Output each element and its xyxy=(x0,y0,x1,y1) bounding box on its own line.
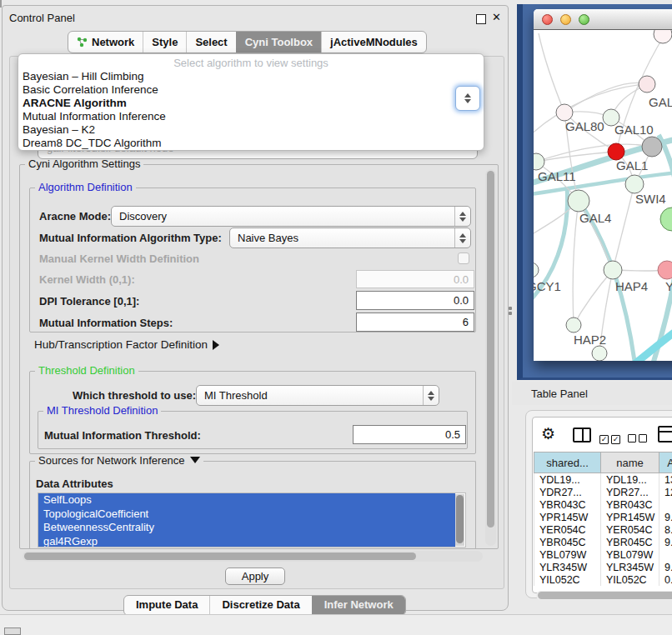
node-label: GAL4 xyxy=(579,211,611,225)
sources-toggle[interactable]: Sources for Network Inference xyxy=(35,454,203,467)
table-icon[interactable] xyxy=(658,426,672,442)
float-window-icon[interactable] xyxy=(476,14,486,24)
node-gal80[interactable] xyxy=(556,104,573,121)
node-pink-right[interactable] xyxy=(658,261,672,279)
list-item-selected[interactable]: SelfLoops xyxy=(38,493,455,508)
table-row[interactable]: YLR345WYLR345W9. xyxy=(534,561,672,573)
cell: YDL19... xyxy=(601,473,659,487)
tab-jactivemnodules[interactable]: jActiveMNodules xyxy=(321,32,426,52)
node-label: GAL xyxy=(649,95,672,109)
table-row[interactable]: YIL052CYIL052C0. xyxy=(534,573,672,586)
traffic-light-zoom-icon[interactable] xyxy=(579,14,589,25)
menu-item-mutual-information[interactable]: Mutual Information Inference xyxy=(18,110,484,123)
node-pink-topright[interactable] xyxy=(639,76,655,92)
column-header-name[interactable]: name xyxy=(601,452,659,473)
aracne-mode-label: Aracne Mode: xyxy=(39,210,111,222)
table-row[interactable]: YBL079WYBL079W xyxy=(534,548,672,561)
tab-discretize-data[interactable]: Discretize Data xyxy=(209,596,311,615)
menu-item-basic-correlation[interactable]: Basic Correlation Inference xyxy=(18,83,484,97)
dpi-tolerance-field[interactable]: 0.0 xyxy=(356,291,474,310)
list-item-selected[interactable]: BetweennessCentrality xyxy=(38,521,455,535)
mi-threshold-field[interactable]: 0.5 xyxy=(353,425,466,444)
node-green-right[interactable] xyxy=(660,208,672,231)
node-gal11[interactable] xyxy=(534,153,544,170)
kernel-width-label: Kernel Width (0,1): xyxy=(39,273,135,286)
network-tab-icon xyxy=(77,37,88,48)
traffic-light-minimize-icon[interactable] xyxy=(560,14,571,25)
network-window-titlebar[interactable] xyxy=(534,9,672,30)
checkbox-pair-checked-icon[interactable]: ✓✓ xyxy=(599,430,623,445)
node-label: GAL10 xyxy=(614,122,654,137)
scrollbar-thumb[interactable] xyxy=(24,552,416,560)
which-threshold-combo[interactable]: MI Threshold xyxy=(196,385,439,406)
tab-style[interactable]: Style xyxy=(143,32,186,52)
combo-stepper-icon[interactable] xyxy=(455,86,480,111)
scrollbar-thumb[interactable] xyxy=(456,495,464,543)
tab-label: Network xyxy=(92,32,134,52)
menu-item-bayesian-hill-climbing[interactable]: Bayesian – Hill Climbing xyxy=(18,70,484,83)
data-attributes-list[interactable]: SelfLoops TopologicalCoefficient Between… xyxy=(38,492,466,548)
node-gal4[interactable] xyxy=(568,190,589,212)
menu-item-bayesian-k2[interactable]: Bayesian – K2 xyxy=(18,123,484,137)
which-threshold-label: Which threshold to use: xyxy=(73,389,196,402)
cell: YBL079W xyxy=(534,548,601,561)
table-row[interactable]: YER054CYER054C8. xyxy=(534,523,672,536)
cell: YER054C xyxy=(601,523,659,536)
group-title: Cyni Algorithm Settings xyxy=(25,158,143,170)
traffic-light-close-icon[interactable] xyxy=(542,14,553,25)
node-hap2[interactable] xyxy=(566,318,581,332)
sources-title: Sources for Network Inference xyxy=(38,454,185,467)
table-horizontal-scrollbar[interactable] xyxy=(536,591,672,600)
table-row[interactable]: YPR145WYPR145W9. xyxy=(534,511,672,523)
table-row[interactable]: YBR045CYBR045C9. xyxy=(534,536,672,548)
node-top-cut[interactable] xyxy=(654,30,672,43)
aracne-mode-combo[interactable]: Discovery xyxy=(111,206,471,227)
node-swi4[interactable] xyxy=(625,175,644,193)
tab-label: Style xyxy=(152,32,178,52)
tab-select[interactable]: Select xyxy=(186,32,235,52)
node-gcy1[interactable] xyxy=(534,262,539,278)
tab-infer-network[interactable]: Infer Network xyxy=(312,596,405,615)
checkbox-pair-unchecked-icon[interactable] xyxy=(628,431,649,446)
scrollbar-thumb[interactable] xyxy=(487,171,494,528)
close-icon[interactable]: ✕ xyxy=(492,11,501,23)
scrollbar-thumb[interactable] xyxy=(538,592,672,599)
node-bottom-cut[interactable] xyxy=(592,346,607,361)
list-item-selected[interactable]: gal4RGexp xyxy=(38,535,455,548)
control-panel-window: Control Panel ✕ Network Style Select Cyn… xyxy=(2,5,509,611)
settings-vertical-scrollbar[interactable] xyxy=(485,169,496,546)
settings-horizontal-scrollbar[interactable] xyxy=(23,551,483,562)
cell: YDL19... xyxy=(534,473,601,487)
hub-definition-toggle[interactable]: Hub/Transcription Factor Definition xyxy=(34,338,219,351)
table-row[interactable]: YDR27...YDR27...12 xyxy=(534,486,672,498)
column-header-shared-name[interactable]: shared... xyxy=(534,452,601,473)
mi-steps-field[interactable]: 6 xyxy=(356,312,474,332)
mi-type-combo[interactable]: Naive Bayes xyxy=(229,228,471,248)
columns-icon[interactable] xyxy=(573,428,591,442)
menu-item-dream8[interactable]: Dream8 DC_TDC Algorithm xyxy=(18,137,484,150)
tab-cyni-toolbox[interactable]: Cyni Toolbox xyxy=(236,32,321,52)
table-row[interactable]: YBR043CYBR043C xyxy=(534,498,672,511)
node-gray[interactable] xyxy=(642,137,662,157)
node-gal1-red[interactable] xyxy=(608,143,624,160)
apply-button[interactable]: Apply xyxy=(225,568,285,585)
list-vertical-scrollbar[interactable] xyxy=(455,494,464,546)
gear-icon[interactable]: ⚙ xyxy=(541,424,555,443)
table-row[interactable]: YDL19...YDL19...13 xyxy=(534,473,672,487)
tab-impute-data[interactable]: Impute Data xyxy=(124,596,209,615)
panel-splitter-handle[interactable] xyxy=(509,305,514,318)
tab-network[interactable]: Network xyxy=(68,32,143,52)
network-view-window: GAL GAL80 GAL10 GAL1 GAL11 SWI4 GAL4 GCY… xyxy=(534,9,672,361)
list-item-selected[interactable]: TopologicalCoefficient xyxy=(38,508,455,522)
menu-item-aracne[interactable]: ARACNE Algorithm xyxy=(18,97,484,110)
cyni-bottom-tabbar: Impute Data Discretize Data Infer Networ… xyxy=(123,595,406,616)
cell: YIL052C xyxy=(534,573,601,586)
network-canvas[interactable]: GAL GAL80 GAL10 GAL1 GAL11 SWI4 GAL4 GCY… xyxy=(534,30,672,361)
collapsed-panel-button[interactable] xyxy=(4,628,21,635)
popup-placeholder: Select algorithm to view settings xyxy=(18,56,484,70)
combo-stepper-icon xyxy=(454,207,470,226)
cell: 9. xyxy=(659,536,672,548)
column-header-cut[interactable]: A xyxy=(659,452,672,473)
node-hap4[interactable] xyxy=(604,261,622,279)
cell: YBR043C xyxy=(534,498,601,511)
